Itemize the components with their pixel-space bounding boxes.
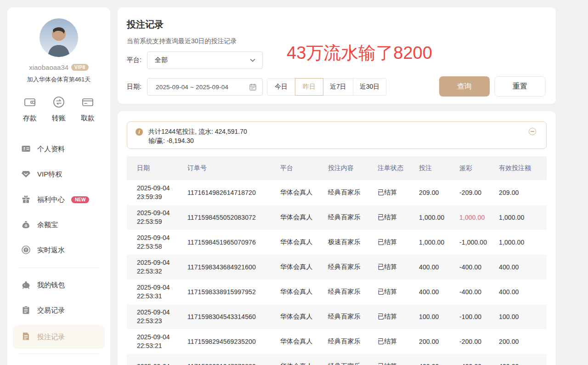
sidebar-item[interactable]: 投注记录 xyxy=(13,325,105,349)
table-row[interactable]: 2025-09-0422:53:591171598455052083072华体会… xyxy=(127,205,547,230)
summary-line-1: 共计1244笔投注, 流水: 424,591.70 xyxy=(148,127,526,136)
sidebar-menu-top: 个人资料VIP特权福利中心NEW余额宝实时返水 xyxy=(7,137,110,263)
id-card-icon xyxy=(21,144,31,155)
quick-action-deposit[interactable]: 存款 xyxy=(23,96,37,123)
cell-status: 已结算 xyxy=(378,188,419,197)
search-button[interactable]: 查询 xyxy=(439,76,490,97)
piggy-icon xyxy=(21,280,31,291)
column-header: 注单状态 xyxy=(378,164,419,172)
quick-actions: 存款转账取款 xyxy=(7,96,110,123)
new-badge: NEW xyxy=(71,196,89,203)
table-row[interactable]: 2025-09-0422:53:311171598338915997952华体会… xyxy=(127,279,547,304)
collapse-minus-icon[interactable] xyxy=(529,128,536,135)
cell-platform: 华体会真人 xyxy=(280,362,328,365)
records-panel: i 共计1244笔投注, 流水: 424,591.70 输/赢: -8,194.… xyxy=(118,111,556,365)
sidebar-item[interactable]: 我的钱包 xyxy=(7,273,110,298)
rebate-icon xyxy=(21,245,31,256)
platform-select[interactable]: 全部 xyxy=(147,51,263,69)
sidebar-item-label: 投注记录 xyxy=(37,333,65,342)
range-button-1[interactable]: 昨日 xyxy=(295,78,323,96)
range-button-2[interactable]: 近7日 xyxy=(323,78,353,96)
time-value: 22:53:58 xyxy=(137,242,187,251)
sidebar-item[interactable]: 交易记录 xyxy=(7,298,110,323)
table-row[interactable]: 2025-09-0422:53:581171598451965070976华体会… xyxy=(127,230,547,255)
sidebar-item-label: 我的钱包 xyxy=(37,281,65,290)
clipboard-icon xyxy=(21,305,31,316)
cell-payout: -209.00 xyxy=(459,189,499,196)
divider xyxy=(18,354,99,354)
divider xyxy=(18,268,99,268)
column-header: 订单号 xyxy=(187,164,280,172)
cell-bet-amount: 200.00 xyxy=(419,338,459,345)
date-range-value: 2025-09-04 ~ 2025-09-04 xyxy=(147,84,228,91)
cell-bet-content: 极速百家乐 xyxy=(328,238,378,246)
cell-payout: -400.00 xyxy=(459,288,499,296)
sidebar-item[interactable]: 兑奖记录 xyxy=(7,359,110,365)
quick-action-withdraw[interactable]: 取款 xyxy=(81,96,95,123)
column-header: 派彩 xyxy=(459,164,499,172)
cell-bet-content: 经典百家乐 xyxy=(328,313,378,321)
table-header-row: 日期订单号平台投注内容注单状态投注派彩有效投注额 xyxy=(127,156,547,180)
cell-date: 2025-09-0422:53:31 xyxy=(137,283,187,301)
cell-bet-amount: 209.00 xyxy=(419,189,459,196)
chevron-down-icon xyxy=(249,57,256,63)
cell-date: 2025-09-0422:53:32 xyxy=(137,258,187,276)
date-range-input[interactable]: 2025-09-04 ~ 2025-09-04 xyxy=(147,78,263,96)
date-value: 2025-09-04 xyxy=(137,234,187,242)
cell-bet-content: 经典百家乐 xyxy=(328,337,378,346)
cell-platform: 华体会真人 xyxy=(280,188,328,197)
table-row[interactable]: 2025-09-0423:59:391171614982614718720华体会… xyxy=(127,180,547,205)
cell-status: 已结算 xyxy=(378,238,419,246)
cell-order: 1171598451965070976 xyxy=(187,239,280,246)
reset-button[interactable]: 重置 xyxy=(494,76,546,97)
sidebar-item[interactable]: 福利中心NEW xyxy=(7,187,110,212)
cell-date: 2025-09-0422:53:23 xyxy=(137,308,187,325)
column-header: 平台 xyxy=(280,164,328,172)
sidebar: xiaobaoaa34 VIP8 加入华体会体育第461天 存款转账取款 个人资… xyxy=(7,7,110,365)
range-button-0[interactable]: 今日 xyxy=(267,78,295,96)
cell-date: 2025-09-0422:53:58 xyxy=(137,234,187,251)
annotation-overlay-text: 43万流水输了8200 xyxy=(287,41,432,65)
date-value: 2025-09-04 xyxy=(137,209,187,217)
info-icon: i xyxy=(136,128,143,136)
range-button-3[interactable]: 近30日 xyxy=(353,78,387,96)
sidebar-item[interactable]: 个人资料 xyxy=(7,137,110,162)
quick-action-transfer[interactable]: 转账 xyxy=(52,96,66,123)
table-body: 2025-09-0423:59:391171614982614718720华体会… xyxy=(127,180,547,365)
column-header: 投注内容 xyxy=(328,164,378,172)
quick-action-label: 转账 xyxy=(52,114,66,123)
time-value: 22:53:31 xyxy=(137,292,187,301)
sidebar-item-label: 实时返水 xyxy=(37,246,65,255)
calendar-icon xyxy=(249,83,257,91)
cell-payout: -400.00 xyxy=(459,363,499,365)
cell-order: 1171598294569235200 xyxy=(187,338,280,345)
platform-selected-value: 全部 xyxy=(147,56,168,64)
time-value: 22:53:23 xyxy=(137,317,187,325)
cell-bet-amount: 100.00 xyxy=(419,313,459,320)
time-value: 22:53:32 xyxy=(137,267,187,276)
cell-order: 1171598291247370880 xyxy=(187,363,280,365)
cell-valid-amount: 400.00 xyxy=(499,363,547,365)
table-row[interactable]: 2025-09-0422:53:321171598343684921600华体会… xyxy=(127,255,547,279)
sidebar-item[interactable]: 实时返水 xyxy=(7,238,110,263)
cell-order: 1171614982614718720 xyxy=(187,189,280,196)
date-value: 2025-09-04 xyxy=(137,362,187,365)
cell-valid-amount: 400.00 xyxy=(499,288,547,296)
table-row[interactable]: 2025-09-0422:53:211171598294569235200华体会… xyxy=(127,329,547,354)
table-row[interactable]: 2025-09-041171598291247370880华体会真人经典百家乐已… xyxy=(127,354,547,365)
user-avatar[interactable] xyxy=(40,18,78,57)
cell-valid-amount: 1,000.00 xyxy=(499,214,547,221)
cell-payout: -200.00 xyxy=(459,338,499,345)
cell-valid-amount: 200.00 xyxy=(499,338,547,345)
cell-payout: -1,000.00 xyxy=(459,239,499,246)
table-row[interactable]: 2025-09-0422:53:231171598304543314560华体会… xyxy=(127,304,547,329)
cell-status: 已结算 xyxy=(378,288,419,296)
sidebar-item[interactable]: VIP特权 xyxy=(7,162,110,187)
cell-bet-content: 经典百家乐 xyxy=(328,188,378,197)
card-icon xyxy=(81,96,94,110)
cell-status: 已结算 xyxy=(378,337,419,346)
summary-box: i 共计1244笔投注, 流水: 424,591.70 输/赢: -8,194.… xyxy=(127,121,547,149)
sidebar-item[interactable]: 余额宝 xyxy=(7,212,110,238)
cell-bet-content: 经典百家乐 xyxy=(328,213,378,222)
summary-line-2: 输/赢: -8,194.30 xyxy=(148,136,526,145)
